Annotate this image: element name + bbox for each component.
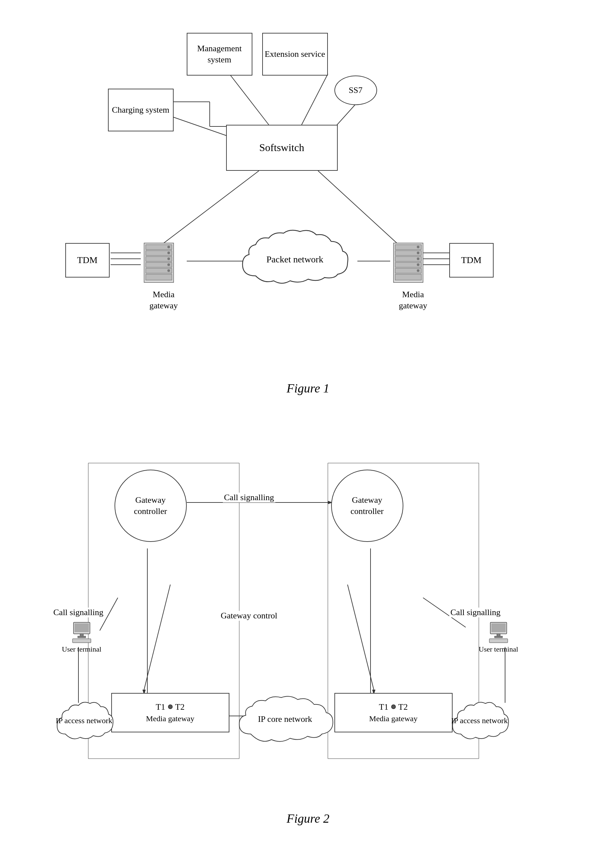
packet-network-label: Packet network xyxy=(267,254,323,265)
svg-rect-72 xyxy=(72,639,91,643)
gateway-controller-left-ellipse: Gatewaycontroller xyxy=(115,469,187,542)
svg-point-41 xyxy=(417,269,420,272)
svg-rect-69 xyxy=(74,623,89,632)
figure1-area: Management system Extension service Char… xyxy=(13,13,603,427)
ip-access-right-label: IP access network xyxy=(451,715,508,726)
t1-left: T1 xyxy=(156,701,165,713)
svg-point-39 xyxy=(417,257,420,260)
call-signalling-top-label: Call signalling xyxy=(223,493,275,503)
tdm-left-box: TDM xyxy=(65,243,110,277)
t1-right: T1 xyxy=(379,701,388,713)
svg-line-1 xyxy=(302,74,328,125)
svg-point-40 xyxy=(417,263,420,266)
svg-point-28 xyxy=(167,269,170,272)
user-terminal-left-label: User terminal xyxy=(62,645,101,654)
svg-line-50 xyxy=(347,584,374,690)
media-gateway-left-label2: Media gateway xyxy=(146,714,194,724)
svg-point-37 xyxy=(417,246,420,248)
svg-rect-23 xyxy=(146,274,172,280)
charging-system-box: Charging system xyxy=(108,89,174,131)
svg-rect-71 xyxy=(78,636,86,638)
svg-point-24 xyxy=(167,246,170,248)
svg-rect-76 xyxy=(495,636,503,638)
media-gateway-left-label: Mediagateway xyxy=(134,289,193,311)
media-gateway-right-label2: Media gateway xyxy=(369,714,418,724)
figure1-caption: Figure 1 xyxy=(286,381,330,395)
media-gateway-left-icon xyxy=(141,240,187,286)
svg-point-26 xyxy=(167,257,170,260)
media-gateway-right-icon xyxy=(390,240,436,286)
svg-point-27 xyxy=(167,263,170,266)
figure2-diagram: Gatewaycontroller Gatewaycontroller Call… xyxy=(46,437,571,805)
svg-rect-77 xyxy=(489,639,508,643)
softswitch-box: Softswitch xyxy=(226,125,338,171)
media-gateway-right-box: T1 T2 Media gateway xyxy=(335,693,453,733)
t2-right: T2 xyxy=(398,701,408,713)
user-terminal-right-icon xyxy=(489,621,508,644)
ip-core-network-cloud: IP core network xyxy=(233,693,338,745)
figure1-diagram: Management system Extension service Char… xyxy=(46,13,571,374)
user-terminal-left: User terminal xyxy=(62,621,101,654)
ip-core-network-label: IP core network xyxy=(258,714,312,725)
gateway-controller-right-ellipse: Gatewaycontroller xyxy=(331,469,403,542)
svg-point-25 xyxy=(167,252,170,254)
svg-rect-74 xyxy=(491,623,506,632)
svg-line-0 xyxy=(229,74,269,125)
management-system-box: Management system xyxy=(187,33,252,76)
packet-network-cloud: Packet network xyxy=(229,227,361,292)
user-terminal-right-label: User terminal xyxy=(479,645,518,654)
figure2-area: Gatewaycontroller Gatewaycontroller Call… xyxy=(13,437,603,864)
ip-access-network-right-cloud: IP access network xyxy=(448,696,512,745)
call-signalling-left-label: Call signalling xyxy=(52,608,105,618)
figure2-caption: Figure 2 xyxy=(286,811,330,825)
t2-left: T2 xyxy=(175,701,185,713)
media-gateway-left-box: T1 T2 Media gateway xyxy=(111,693,229,733)
ip-access-network-left-cloud: IP access network xyxy=(52,696,116,745)
gateway-control-label: Gateway control xyxy=(220,611,279,621)
ss7-ellipse: SS7 xyxy=(335,76,377,105)
svg-rect-36 xyxy=(395,274,421,280)
call-signalling-right-label: Call signalling xyxy=(449,608,502,618)
user-terminal-right: User terminal xyxy=(479,621,518,654)
ip-access-left-label: IP access network xyxy=(56,715,112,726)
page: Management system Extension service Char… xyxy=(0,0,616,868)
user-terminal-left-icon xyxy=(72,621,91,644)
tdm-right-box: TDM xyxy=(449,243,493,277)
extension-service-box: Extension service xyxy=(262,33,328,76)
svg-line-48 xyxy=(144,584,170,690)
media-gateway-right-label: Mediagateway xyxy=(383,289,443,311)
svg-point-38 xyxy=(417,252,420,254)
